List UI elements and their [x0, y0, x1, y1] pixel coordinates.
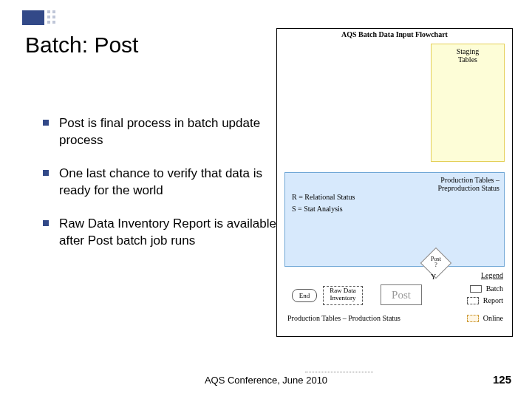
status-key: R = Relational Status S = Stat Analysis: [292, 191, 355, 215]
legend-title: Legend: [481, 271, 503, 279]
bullet-icon: [43, 120, 49, 126]
accent-box: [22, 10, 44, 25]
legend-row-batch: Batch: [470, 284, 503, 293]
bullet-icon: [43, 170, 49, 176]
raw-data-inventory-node: Raw DataInventory: [323, 286, 363, 305]
legend-label: Report: [483, 296, 503, 304]
production-preproduction-box: Production Tables –Preproduction Status: [284, 172, 505, 267]
bullet-icon: [43, 220, 49, 226]
batch-swatch-icon: [470, 285, 482, 293]
bullet-text: One last chance to verify that data is r…: [59, 166, 276, 200]
bullet-text: Raw Data Inventory Report is available a…: [59, 216, 276, 250]
page-number: 125: [493, 373, 511, 386]
legend-row-online: Online: [467, 314, 503, 322]
slide-title: Batch: Post: [25, 33, 138, 58]
legend-label: Batch: [486, 284, 503, 293]
end-node: End: [292, 289, 317, 302]
report-swatch-icon: [467, 297, 479, 304]
bullet-text: Post is final process in batch update pr…: [59, 115, 276, 149]
divider: [305, 372, 373, 372]
bullet-item: Post is final process in batch update pr…: [43, 115, 276, 149]
production-status-label: Production Tables – Production Status: [287, 314, 400, 322]
post-decision-label: Post?: [425, 256, 447, 268]
post-node: Post: [381, 284, 422, 305]
legend-label: Online: [483, 314, 503, 322]
footer-text: AQS Conference, June 2010: [0, 375, 532, 386]
staging-tables-box: StagingTables: [431, 44, 505, 162]
accent-dots: [47, 10, 55, 24]
bullet-item: One last chance to verify that data is r…: [43, 166, 276, 200]
flowchart-title: AQS Batch Data Input Flowchart: [277, 30, 512, 38]
r-label: R = Relational Status: [292, 191, 355, 203]
flowchart-panel: AQS Batch Data Input Flowchart StagingTa…: [276, 28, 513, 337]
legend-row-report: Report: [467, 296, 503, 304]
y-arrow-label: Y: [431, 273, 436, 281]
online-swatch-icon: [467, 315, 479, 322]
s-label: S = Stat Analysis: [292, 203, 355, 215]
bullet-item: Raw Data Inventory Report is available a…: [43, 216, 276, 250]
bullet-list: Post is final process in batch update pr…: [43, 115, 276, 266]
